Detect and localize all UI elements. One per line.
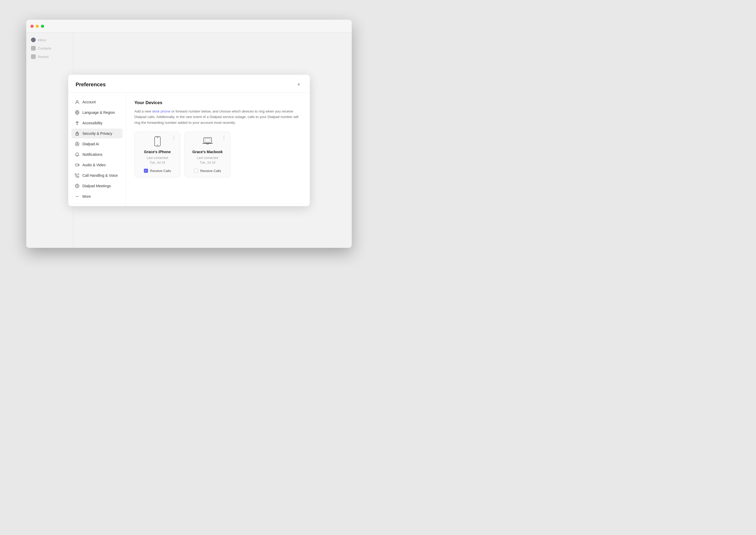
nav-item-dialpad-meetings[interactable]: Dialpad Meetings [72, 181, 123, 191]
minimize-traffic-light[interactable] [36, 25, 39, 28]
nav-item-more[interactable]: More [72, 191, 123, 201]
svg-rect-16 [205, 139, 210, 142]
svg-rect-15 [204, 138, 212, 143]
nav-item-language[interactable]: Language & Region [72, 107, 123, 118]
device-card-macbook: ⋮ Grace's Macbook [185, 132, 230, 177]
nav-item-notifications[interactable]: Notifications [72, 150, 123, 159]
svg-rect-13 [157, 137, 158, 138]
nav-label-audio-video: Audio & Video [82, 163, 106, 167]
preferences-modal: Preferences × Account [68, 75, 310, 206]
svg-point-10 [77, 196, 78, 197]
modal-overlay: Preferences × Account [26, 33, 352, 248]
iphone-receive-calls-label: Receive Calls [150, 169, 171, 173]
ai-icon [75, 141, 80, 147]
devices-grid: ⋮ Grace's iPhone Last connected [135, 132, 301, 177]
window-chrome [26, 20, 352, 33]
nav-item-account[interactable]: Account [72, 97, 123, 107]
svg-point-8 [76, 185, 78, 186]
svg-point-2 [76, 121, 78, 122]
svg-rect-6 [76, 164, 78, 166]
more-icon [75, 194, 80, 199]
nav-item-audio-video[interactable]: Audio & Video [72, 160, 123, 170]
maximize-traffic-light[interactable] [41, 25, 44, 28]
macbook-receive-calls-row: Receive Calls [194, 169, 221, 173]
bell-icon [75, 152, 80, 157]
macbook-icon [202, 136, 213, 147]
modal-header: Preferences × [68, 75, 310, 93]
nav-item-dialpad-ai[interactable]: Dialpad Ai [72, 139, 123, 149]
macbook-receive-calls-checkbox[interactable] [194, 169, 198, 173]
modal-body: Account Language & Region [68, 93, 310, 206]
macbook-connected: Last connected Tue, Jul 19 [197, 155, 218, 165]
desk-phone-link[interactable]: desk phone [152, 109, 171, 113]
nav-label-dialpad-meetings: Dialpad Meetings [82, 184, 111, 188]
nav-label-language: Language & Region [82, 110, 115, 115]
nav-item-call-handling[interactable]: Call Handling & Voice [72, 170, 123, 181]
device-card-iphone: ⋮ Grace's iPhone Last connected [135, 132, 180, 177]
language-icon [75, 110, 80, 115]
macbook-receive-calls-label: Receive Calls [200, 169, 221, 173]
camera-icon [75, 162, 80, 168]
preferences-nav: Account Language & Region [68, 93, 126, 206]
modal-title: Preferences [76, 82, 106, 88]
nav-label-call-handling: Call Handling & Voice [82, 173, 118, 178]
lock-icon [75, 131, 80, 136]
iphone-receive-calls-row: Receive Calls [144, 169, 171, 173]
macbook-menu-button[interactable]: ⋮ [220, 134, 227, 141]
accessibility-icon [75, 120, 80, 126]
nav-label-account: Account [82, 100, 96, 104]
nav-label-dialpad-ai: Dialpad Ai [82, 142, 99, 146]
iphone-icon [152, 136, 163, 147]
desc-before: Add a new [135, 109, 152, 113]
iphone-connected: Last connected Tue, Jul 19 [147, 155, 168, 165]
nav-item-security[interactable]: Security & Privacy [72, 128, 123, 138]
iphone-menu-button[interactable]: ⋮ [170, 134, 177, 141]
close-traffic-light[interactable] [30, 25, 34, 28]
content-title: Your Devices [135, 100, 301, 105]
svg-point-5 [76, 142, 79, 146]
account-icon [75, 99, 80, 105]
content-area: Your Devices Add a new desk phone or for… [126, 93, 310, 206]
nav-label-more: More [82, 194, 91, 199]
iphone-name: Grace's iPhone [144, 150, 171, 154]
svg-point-0 [76, 100, 78, 102]
iphone-receive-calls-checkbox[interactable] [144, 169, 148, 173]
modal-close-button[interactable]: × [295, 81, 302, 88]
content-description: Add a new desk phone or forward number b… [135, 109, 301, 126]
nav-label-notifications: Notifications [82, 153, 103, 156]
svg-point-14 [157, 145, 158, 146]
nav-item-accessibility[interactable]: Accessibility [72, 118, 123, 128]
svg-point-4 [77, 134, 77, 134]
nav-label-accessibility: Accessibility [82, 121, 103, 125]
nav-label-security: Security & Privacy [82, 131, 112, 136]
phone-icon [75, 173, 80, 178]
macbook-name: Grace's Macbook [193, 150, 223, 154]
meetings-icon [75, 183, 80, 188]
svg-point-11 [78, 196, 79, 197]
app-window: Inbox Contacts Recent Preferences × [26, 20, 352, 248]
svg-point-9 [76, 196, 76, 197]
